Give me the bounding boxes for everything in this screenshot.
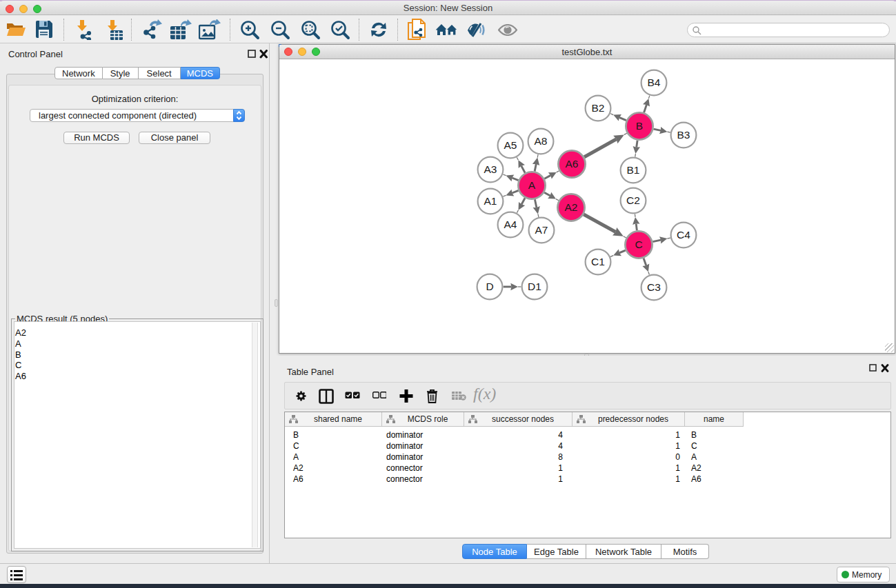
svg-text:A6: A6	[566, 158, 579, 170]
svg-text:A1: A1	[484, 195, 497, 207]
svg-text:C: C	[635, 239, 642, 250]
svg-text:C3: C3	[647, 281, 661, 293]
svg-text:A5: A5	[504, 139, 517, 151]
svg-text:B: B	[636, 120, 643, 132]
svg-text:C2: C2	[626, 194, 640, 206]
svg-text:B1: B1	[627, 164, 640, 176]
svg-text:B4: B4	[648, 77, 661, 88]
svg-text:A4: A4	[504, 219, 517, 230]
svg-text:A: A	[528, 179, 536, 191]
svg-text:B3: B3	[677, 129, 690, 141]
svg-text:C4: C4	[677, 229, 690, 241]
svg-text:A2: A2	[565, 201, 578, 213]
svg-text:B2: B2	[592, 102, 605, 114]
svg-text:A3: A3	[484, 163, 497, 175]
svg-text:A7: A7	[535, 224, 548, 236]
svg-text:C1: C1	[591, 256, 605, 267]
svg-text:A8: A8	[535, 135, 548, 147]
svg-text:D: D	[486, 281, 493, 292]
svg-text:D1: D1	[528, 281, 541, 292]
